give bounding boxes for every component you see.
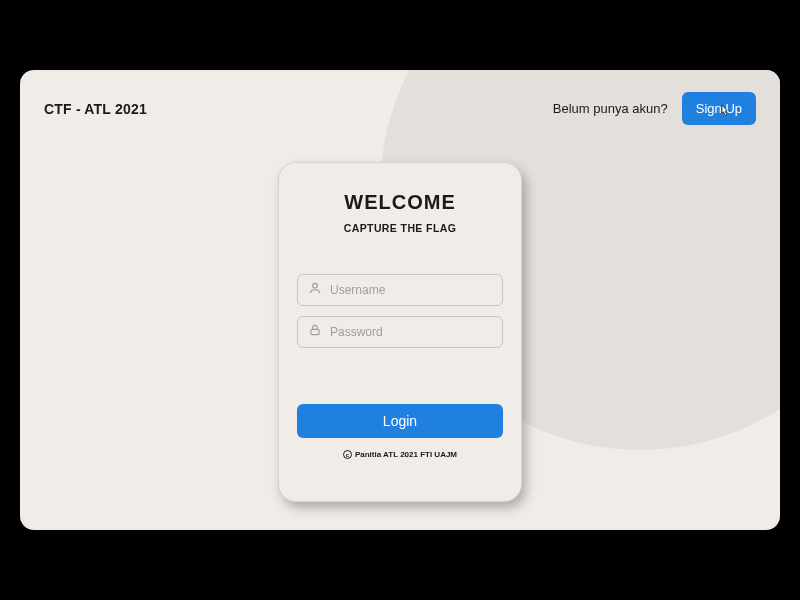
svg-point-0 bbox=[313, 283, 318, 288]
lock-icon bbox=[308, 323, 322, 341]
password-input[interactable] bbox=[330, 325, 492, 339]
signup-button-label: Sign Up bbox=[696, 101, 742, 116]
password-field[interactable] bbox=[297, 316, 503, 348]
login-button-label: Login bbox=[383, 413, 417, 429]
username-input[interactable] bbox=[330, 283, 492, 297]
header-right: Belum punya akun? Sign Up bbox=[553, 92, 756, 125]
login-button[interactable]: Login bbox=[297, 404, 503, 438]
copyright: c Panitia ATL 2021 FTI UAJM bbox=[343, 450, 457, 459]
card-subtitle: CAPTURE THE FLAG bbox=[344, 222, 457, 234]
copyright-icon: c bbox=[343, 450, 352, 459]
brand-title: CTF - ATL 2021 bbox=[44, 101, 147, 117]
signup-button[interactable]: Sign Up bbox=[682, 92, 756, 125]
card-title: WELCOME bbox=[344, 191, 455, 214]
user-icon bbox=[308, 281, 322, 299]
username-field[interactable] bbox=[297, 274, 503, 306]
login-card: WELCOME CAPTURE THE FLAG bbox=[278, 162, 522, 502]
app-window: CTF - ATL 2021 Belum punya akun? Sign Up… bbox=[20, 70, 780, 530]
login-fields bbox=[297, 274, 503, 348]
header: CTF - ATL 2021 Belum punya akun? Sign Up bbox=[44, 92, 756, 125]
copyright-text: Panitia ATL 2021 FTI UAJM bbox=[355, 450, 457, 459]
signup-prompt: Belum punya akun? bbox=[553, 101, 668, 116]
svg-rect-1 bbox=[311, 329, 319, 334]
